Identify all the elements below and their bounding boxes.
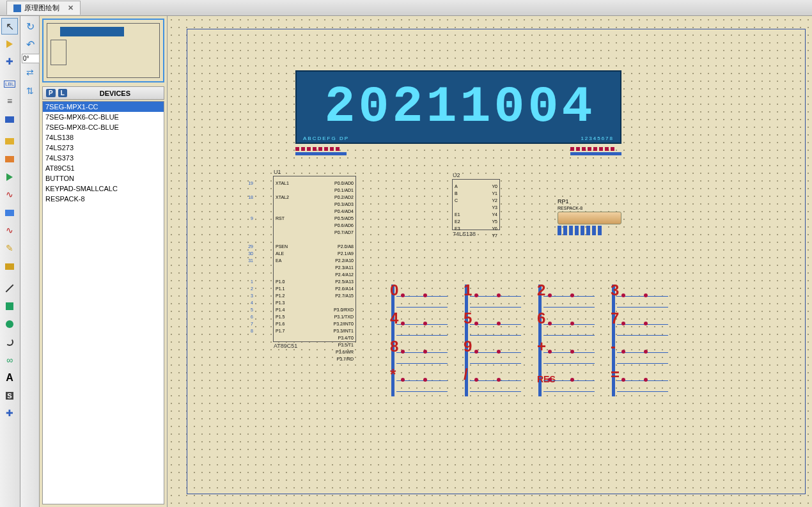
device-item[interactable]: 7SEG-MPX6-CC-BLUE (43, 112, 164, 122)
schematic-canvas[interactable]: ABCDEFG DP 12345678 20211004 U1 AT89C51 … (168, 16, 812, 507)
path-tool[interactable]: ∞ (1, 352, 18, 368)
u1-name: AT89C51 (274, 343, 297, 349)
seg-digit: 0 (528, 82, 559, 133)
rectangle-tool[interactable] (1, 298, 18, 315)
flip-h-icon (24, 67, 36, 79)
keypad-button[interactable]: 6 (538, 313, 596, 339)
keypad-button[interactable]: 0 (391, 285, 449, 311)
keypad-button[interactable]: 8 (391, 341, 449, 368)
keypad-button[interactable]: 9 (465, 341, 522, 368)
lib-badge[interactable]: L (58, 89, 67, 97)
generator-tool[interactable] (1, 222, 18, 239)
text-tool[interactable] (1, 370, 18, 386)
device-item[interactable]: AT89C51 (43, 163, 164, 173)
device-item[interactable]: KEYPAD-SMALLCALC (43, 183, 164, 194)
close-icon[interactable]: ✕ (68, 4, 74, 12)
seg-digit: 0 (494, 82, 525, 133)
script-tool[interactable] (1, 93, 18, 110)
u1-right-labels: P0.0/AD0P0.1/AD1P0.2/AD2P0.3/AD3P0.4/AD4… (333, 180, 354, 363)
rotate-cw[interactable] (22, 18, 38, 35)
path-icon: ∞ (6, 355, 13, 365)
rotate-cw-icon (24, 20, 36, 32)
cursor-icon (4, 20, 15, 32)
keypad-button[interactable]: 2 (538, 285, 596, 311)
rp1-name: RESPACK-8 (558, 206, 628, 210)
tab-schematic[interactable]: 原理图绘制 ✕ (6, 1, 81, 15)
text-icon (4, 372, 15, 384)
u1-left-labels: XTAL1 XTAL2 RST PSENALEEA P1.0P1.1P1.2P1… (276, 180, 289, 334)
graph-tool[interactable] (1, 187, 18, 203)
device-item[interactable]: RESPACK-8 (43, 194, 164, 204)
key-label: - (611, 338, 616, 355)
seg-pins-label-left: ABCDEFG DP (303, 136, 349, 141)
circle-tool[interactable] (1, 316, 18, 332)
tab-bar: 原理图绘制 ✕ (0, 0, 812, 16)
select-tool[interactable] (1, 18, 18, 35)
bus-tool[interactable] (1, 111, 18, 128)
marker-icon (4, 408, 15, 419)
rotate-ccw[interactable] (22, 36, 38, 52)
rect-icon (6, 302, 13, 310)
seven-seg-display[interactable]: ABCDEFG DP 12345678 20211004 (295, 70, 621, 144)
angle-input[interactable] (22, 54, 40, 63)
keypad-button[interactable]: 1 (465, 285, 522, 311)
instrument-tool[interactable] (1, 258, 18, 275)
keypad-button[interactable]: * (391, 369, 449, 396)
key-label: * (390, 366, 396, 384)
device-item[interactable]: 74LS373 (43, 153, 164, 163)
arrow-icon (6, 40, 13, 48)
u2-ref: U2 (453, 172, 460, 178)
gen-icon (4, 225, 15, 237)
device-item[interactable]: 74LS273 (43, 143, 164, 153)
device-item[interactable]: 7SEG-MPX8-CC-BLUE (43, 122, 164, 132)
keypad-button[interactable]: - (612, 341, 669, 368)
flip-vertical[interactable]: ⇅ (22, 82, 38, 99)
recorder-icon (5, 210, 14, 216)
keypad-button[interactable]: = (612, 369, 669, 396)
component-tool[interactable] (1, 36, 18, 52)
schematic-tab-icon (13, 4, 21, 12)
devices-list[interactable]: 7SEG-MPX1-CC7SEG-MPX6-CC-BLUE7SEG-MPX8-C… (42, 101, 164, 504)
keypad-button[interactable]: RES (538, 369, 596, 396)
symbol-tool[interactable]: S (1, 387, 18, 404)
keypad-button[interactable]: 4 (391, 313, 449, 339)
seg-digit: 2 (324, 82, 355, 133)
flip-v-icon: ⇅ (26, 86, 34, 96)
junction-tool[interactable] (1, 54, 18, 70)
pin-icon (6, 173, 13, 181)
seg-digit: 1 (460, 82, 491, 133)
keypad-button[interactable]: 7 (612, 313, 669, 339)
device-item[interactable]: BUTTON (43, 173, 164, 183)
keypad-button[interactable]: 5 (465, 313, 522, 339)
subcircuit-tool[interactable] (1, 133, 18, 150)
lines-icon (4, 96, 15, 107)
display-pins-left (295, 147, 347, 163)
chip-u2[interactable]: U2 74LS138 ABC E1E2E3 Y0Y1Y2Y3Y4Y5Y6Y7 (452, 179, 500, 230)
label-tool[interactable]: LBL (1, 75, 18, 92)
flip-horizontal[interactable] (22, 65, 38, 81)
respack-rp1[interactable]: RP1 RESPACK-8 (558, 198, 628, 227)
rp1-ref: RP1 (558, 198, 628, 205)
pin-tool[interactable] (1, 169, 18, 185)
recorder-tool[interactable] (1, 205, 18, 221)
chip-icon (5, 138, 14, 144)
marker-tool[interactable] (1, 405, 18, 422)
keypad-button[interactable]: 3 (612, 285, 669, 311)
line-tool[interactable] (1, 280, 18, 297)
device-item[interactable]: 7SEG-MPX1-CC (43, 102, 164, 112)
chip-u1[interactable]: U1 AT89C51 XTAL1 XTAL2 RST PSENALEEA P1.… (273, 176, 356, 342)
keypad-button[interactable]: / (465, 369, 522, 396)
overview-panel[interactable] (42, 19, 164, 82)
u2-right-labels: Y0Y1Y2Y3Y4Y5Y6Y7 (492, 183, 497, 239)
u2-left-labels: ABC E1E2E3 (455, 183, 460, 232)
arc-tool[interactable] (1, 334, 18, 350)
probe-tool[interactable] (1, 240, 18, 257)
keypad-button[interactable]: + (538, 341, 596, 368)
terminal-tool[interactable] (1, 151, 18, 168)
tab-title: 原理图绘制 (24, 3, 59, 13)
probe-icon (4, 243, 15, 254)
device-item[interactable]: 74LS138 (43, 132, 164, 143)
key-label: / (464, 366, 468, 384)
pick-badge[interactable]: P (46, 89, 56, 97)
line-icon (6, 285, 14, 293)
